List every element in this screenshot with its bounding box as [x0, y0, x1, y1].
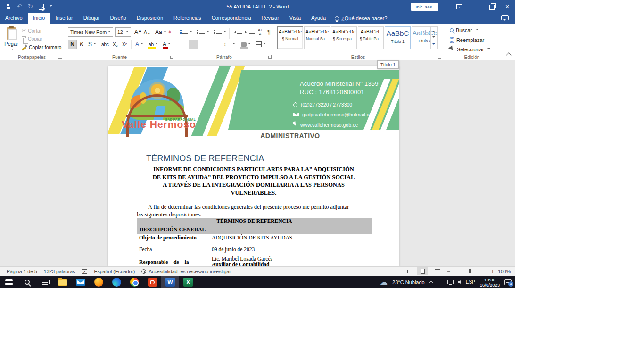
page-indicator[interactable]: Página 1 de 5: [7, 269, 37, 274]
taskbar-search-button[interactable]: [18, 276, 36, 288]
bullets-button[interactable]: [178, 27, 194, 37]
collapse-ribbon-icon[interactable]: [506, 52, 511, 58]
shading-button[interactable]: [239, 40, 252, 49]
align-center-button[interactable]: [189, 40, 198, 49]
tab-ayuda[interactable]: Ayuda: [306, 13, 331, 24]
style-titulo-1[interactable]: AaBbC Título 1: [385, 26, 411, 49]
clock[interactable]: 10:3616/8/2023: [480, 277, 500, 288]
word-taskbar-button[interactable]: W: [161, 276, 179, 288]
increase-indent-button[interactable]: [243, 27, 256, 37]
style-table-pa[interactable]: AaBbCcE ¶ Table Pa...: [358, 26, 384, 49]
font-color-button[interactable]: A: [161, 40, 172, 49]
close-button[interactable]: ✕: [499, 0, 515, 13]
superscript-button[interactable]: X²: [121, 40, 128, 49]
styles-scroll-down-icon[interactable]: [431, 34, 437, 41]
firefox-button[interactable]: [90, 276, 107, 288]
document-page[interactable]: Acuerdo Ministerial N° 1359 RUC : 176812…: [108, 66, 399, 266]
multilevel-list-button[interactable]: [212, 27, 228, 37]
tab-correspondencia[interactable]: Correspondencia: [206, 13, 256, 24]
styles-scroll-up-icon[interactable]: [431, 27, 437, 34]
tab-insertar[interactable]: Insertar: [50, 13, 78, 24]
tab-referencias[interactable]: Referencias: [168, 13, 206, 24]
find-button[interactable]: Buscar: [450, 27, 479, 33]
language-indicator[interactable]: Español (Ecuador): [94, 269, 135, 274]
redo-icon[interactable]: ↻: [28, 4, 33, 9]
format-painter-button[interactable]: Copiar formato: [22, 44, 61, 50]
save-icon[interactable]: [6, 4, 11, 9]
task-view-button[interactable]: [36, 276, 54, 288]
tell-me-box[interactable]: ¿Qué desea hacer?: [331, 14, 391, 24]
tab-disposicion[interactable]: Disposición: [132, 13, 168, 24]
volume-icon[interactable]: [458, 280, 461, 284]
styles-dialog-launcher[interactable]: [438, 55, 441, 59]
print-preview-icon[interactable]: [39, 4, 44, 10]
clipboard-dialog-launcher[interactable]: [58, 55, 62, 59]
underline-button[interactable]: S: [87, 40, 98, 49]
hidden-icons-chevron[interactable]: [429, 280, 433, 285]
comments-icon[interactable]: [501, 15, 509, 20]
zoom-level[interactable]: 100%: [498, 269, 511, 274]
align-left-button[interactable]: [178, 40, 186, 49]
edge-button[interactable]: [107, 276, 125, 288]
acrobat-button[interactable]: [143, 276, 161, 288]
zoom-out-icon[interactable]: −: [447, 269, 450, 274]
bold-button[interactable]: N: [68, 40, 77, 49]
zoom-slider[interactable]: [454, 271, 487, 272]
cut-button[interactable]: ✂Cortar: [22, 27, 41, 33]
minimize-button[interactable]: ─: [467, 0, 483, 13]
show-paragraph-marks-button[interactable]: ¶: [266, 27, 272, 36]
network-icon[interactable]: [447, 280, 454, 284]
style-sin-espaciado[interactable]: AaBbCcDc ¶ Sin espa...: [331, 26, 357, 49]
borders-button[interactable]: [255, 40, 267, 49]
text-effects-button[interactable]: A: [134, 40, 145, 49]
tab-inicio[interactable]: Inicio: [28, 13, 50, 24]
tab-revisar[interactable]: Revisar: [256, 13, 284, 24]
proofing-status[interactable]: ✗: [82, 269, 87, 274]
replace-button[interactable]: abacReemplazar: [450, 36, 484, 44]
keyboard-language[interactable]: ESP: [466, 280, 475, 285]
restore-button[interactable]: [483, 0, 499, 13]
strikethrough-button[interactable]: abc: [100, 40, 110, 49]
tray-app-icon[interactable]: [438, 280, 443, 284]
tab-archivo[interactable]: Archivo: [0, 13, 28, 24]
shrink-font-button[interactable]: A▼: [142, 27, 152, 37]
style-normal[interactable]: AaBbCcDc ¶ Normal: [277, 26, 303, 49]
weather-cloud-icon[interactable]: ☁: [380, 279, 388, 286]
highlight-color-button[interactable]: ab: [147, 40, 159, 49]
line-spacing-button[interactable]: ↕: [223, 40, 237, 49]
word-count[interactable]: 1323 palabras: [44, 269, 75, 274]
mail-button[interactable]: [72, 276, 90, 288]
font-size-combobox[interactable]: 12: [115, 27, 131, 37]
ribbon-display-options-button[interactable]: [451, 0, 467, 13]
chrome-button[interactable]: [125, 276, 143, 288]
read-mode-button[interactable]: [402, 267, 413, 275]
copy-button[interactable]: Copiar: [22, 36, 42, 41]
undo-icon[interactable]: ↶: [17, 4, 22, 9]
font-name-combobox[interactable]: Times New Roma: [68, 27, 113, 37]
tab-dibujar[interactable]: Dibujar: [78, 13, 105, 24]
style-normal-sa[interactable]: AaBbCcDc Normal Sa...: [304, 26, 330, 49]
customize-qat-icon[interactable]: [50, 5, 52, 8]
font-dialog-launcher[interactable]: [170, 55, 173, 59]
justify-button[interactable]: [210, 40, 219, 49]
clear-formatting-icon[interactable]: ✦: [166, 27, 173, 37]
subscript-button[interactable]: X₂: [111, 40, 119, 49]
numbering-button[interactable]: [195, 27, 211, 37]
zoom-slider-thumb[interactable]: [469, 269, 471, 273]
sort-button[interactable]: A↓Z: [256, 27, 264, 37]
paste-button[interactable]: Pegar: [3, 26, 20, 57]
grow-font-button[interactable]: A▲: [133, 27, 143, 37]
notification-center-icon[interactable]: 4: [504, 279, 512, 285]
tab-diseno[interactable]: Diseño: [105, 13, 132, 24]
excel-taskbar-button[interactable]: X: [179, 276, 197, 288]
select-button[interactable]: Seleccionar: [450, 46, 490, 53]
decrease-indent-button[interactable]: [231, 27, 244, 37]
start-button[interactable]: [0, 276, 18, 288]
document-area[interactable]: Título 1 Acuerdo Ministerial N° 1359 RUC…: [0, 60, 515, 266]
web-layout-button[interactable]: [432, 267, 443, 275]
zoom-in-icon[interactable]: +: [491, 269, 494, 274]
file-explorer-button[interactable]: [54, 276, 72, 288]
italic-button[interactable]: K: [78, 40, 85, 49]
tab-vista[interactable]: Vista: [284, 13, 306, 24]
sign-in-button[interactable]: Inic. ses.: [411, 3, 438, 11]
